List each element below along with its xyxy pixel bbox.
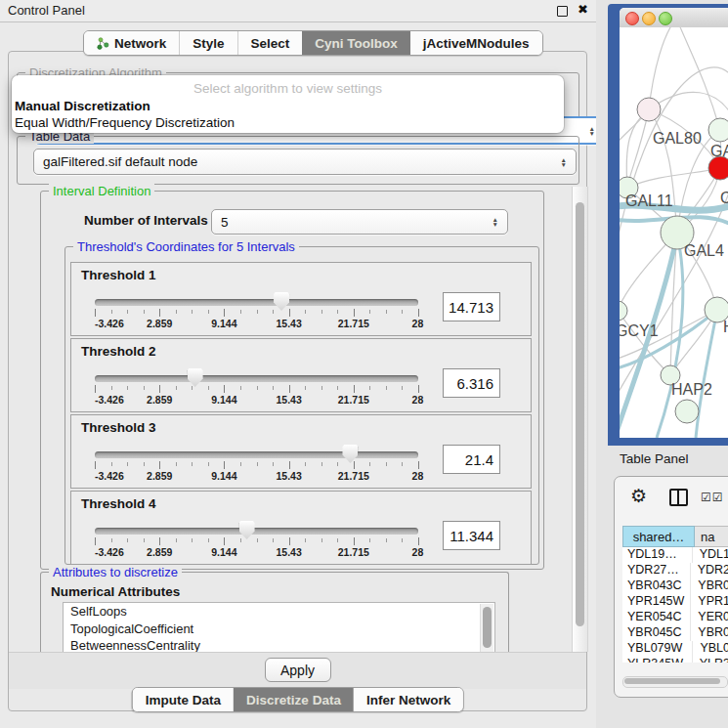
node-label: GAL80 bbox=[653, 130, 702, 148]
table-cell-name[interactable]: YBL0 bbox=[692, 641, 728, 657]
network-canvas[interactable]: GAL80GACGAL11GAL4GCY1HHAP2 bbox=[620, 27, 728, 438]
tab-label: Cyni Toolbox bbox=[315, 36, 398, 51]
column-header-shared-name[interactable]: shared… bbox=[622, 526, 695, 547]
tab-select[interactable]: Select bbox=[237, 31, 303, 55]
table-row[interactable]: YPR145W YPR1 bbox=[622, 594, 728, 610]
table-cell-shared-name[interactable]: YPR145W bbox=[622, 594, 690, 610]
popup-option-manual-discretization[interactable]: Manual Discretization bbox=[15, 99, 150, 113]
network-node[interactable] bbox=[620, 301, 627, 321]
spinner-arrows-icon: ▲▼ bbox=[589, 126, 595, 136]
close-icon[interactable]: ✖ bbox=[578, 2, 588, 17]
table-data-select[interactable]: galFiltered.sif default node ▲▼ bbox=[33, 149, 577, 175]
mac-zoom-icon[interactable] bbox=[659, 12, 672, 25]
threshold-value[interactable]: 14.713 bbox=[443, 292, 500, 321]
slider-track[interactable] bbox=[95, 528, 418, 535]
table-panel-title: Table Panel bbox=[620, 451, 689, 466]
threshold-value[interactable]: 11.344 bbox=[443, 521, 500, 550]
table-horizontal-scrollbar[interactable] bbox=[622, 676, 728, 688]
slider-ticks bbox=[95, 309, 418, 318]
column-header-name[interactable]: na bbox=[695, 526, 728, 547]
tab-infer-network[interactable]: Infer Network bbox=[354, 688, 463, 711]
list-scrollbar[interactable] bbox=[480, 604, 493, 653]
numerical-attributes-list[interactable]: SelfLoopsTopologicalCoefficientBetweenne… bbox=[63, 602, 495, 655]
tab-label: Impute Data bbox=[146, 693, 221, 707]
slider-axis-labels: -3.4262.8599.14415.4321.71528 bbox=[95, 318, 418, 330]
tab-discretize-data[interactable]: Discretize Data bbox=[234, 688, 354, 711]
tab-cyni-toolbox[interactable]: Cyni Toolbox bbox=[302, 31, 410, 55]
network-node[interactable] bbox=[637, 98, 661, 121]
threshold-value[interactable]: 6.316 bbox=[443, 368, 500, 398]
threshold-box: Threshold 2 -3.4262.8599.14415.4321.7152… bbox=[70, 338, 532, 412]
table-row[interactable]: YBL079W YBL0 bbox=[622, 641, 728, 657]
axis-tick-label: 2.859 bbox=[147, 470, 172, 482]
slider-track[interactable] bbox=[95, 451, 418, 458]
tab-style[interactable]: Style bbox=[179, 31, 236, 55]
table-cell-shared-name[interactable]: YBL079W bbox=[622, 641, 692, 657]
tab-impute-data[interactable]: Impute Data bbox=[133, 688, 234, 711]
panel-vertical-scrollbar[interactable] bbox=[572, 187, 588, 652]
table-cell-shared-name[interactable]: YBR045C bbox=[622, 625, 690, 641]
table-cell-shared-name[interactable]: YDL19… bbox=[622, 547, 692, 563]
table-cell-name[interactable]: YDL1 bbox=[692, 547, 728, 563]
node-label: GA bbox=[710, 143, 728, 160]
axis-tick-label: 21.715 bbox=[338, 318, 369, 329]
table-cell-name[interactable]: YBR0 bbox=[690, 578, 728, 594]
table-row[interactable]: YDL19… YDL1 bbox=[622, 547, 728, 563]
axis-tick-label: 21.715 bbox=[338, 470, 369, 482]
scrollbar-thumb[interactable] bbox=[483, 607, 492, 648]
table-cell-name[interactable]: YLR3 bbox=[692, 657, 728, 663]
threshold-slider: -3.4262.8599.14415.4321.71528 bbox=[95, 368, 418, 409]
table-row[interactable]: YLR345W YLR3 bbox=[622, 657, 728, 663]
table-cell-shared-name[interactable]: YBR043C bbox=[622, 578, 690, 594]
tab-network[interactable]: Network bbox=[84, 31, 179, 55]
table-cell-name[interactable]: YPR1 bbox=[690, 594, 728, 610]
apply-button[interactable]: Apply bbox=[265, 658, 331, 682]
node-label: GAL4 bbox=[684, 242, 724, 260]
mac-close-icon[interactable] bbox=[625, 12, 639, 25]
table-cell-name[interactable]: YDR2 bbox=[690, 563, 728, 578]
table-cell-shared-name[interactable]: YER054C bbox=[622, 610, 690, 625]
axis-tick-label: 9.144 bbox=[211, 470, 236, 482]
network-node[interactable] bbox=[675, 400, 699, 423]
network-node[interactable] bbox=[708, 118, 728, 142]
scrollbar-thumb[interactable] bbox=[576, 202, 584, 626]
node-label: H bbox=[723, 319, 728, 336]
axis-tick-label: 15.43 bbox=[276, 546, 301, 558]
table-row[interactable]: YBR043C YBR0 bbox=[622, 578, 728, 594]
float-window-icon[interactable] bbox=[557, 6, 568, 17]
checkbox-filter-icons[interactable]: ☑☑ bbox=[701, 491, 724, 504]
table-row[interactable]: YER054C YER0 bbox=[622, 610, 728, 625]
table-cell-shared-name[interactable]: YDR27… bbox=[622, 563, 690, 578]
threshold-value[interactable]: 21.4 bbox=[443, 445, 500, 474]
table-cell-name[interactable]: YBR0 bbox=[690, 625, 728, 641]
table-data-group: Table Data galFiltered.sif default node … bbox=[17, 136, 579, 185]
number-of-intervals-select[interactable]: 5 ▲▼ bbox=[211, 209, 508, 235]
mac-minimize-icon[interactable] bbox=[642, 12, 656, 25]
axis-tick-label: 2.859 bbox=[147, 318, 172, 329]
network-window-titlebar bbox=[620, 8, 728, 28]
tab-jactivemnodules[interactable]: jActiveMNodules bbox=[410, 31, 542, 55]
slider-track[interactable] bbox=[95, 299, 418, 306]
table-cell-shared-name[interactable]: YLR345W bbox=[622, 657, 692, 663]
axis-tick-label: -3.426 bbox=[95, 394, 124, 406]
slider-track[interactable] bbox=[95, 375, 418, 382]
column-layout-icon[interactable] bbox=[669, 489, 688, 506]
number-of-intervals-value: 5 bbox=[221, 215, 229, 230]
attribute-item[interactable]: TopologicalCoefficient bbox=[64, 621, 494, 638]
tab-label: Select bbox=[251, 36, 290, 51]
attribute-item[interactable]: SelfLoops bbox=[64, 603, 494, 621]
axis-tick-label: 2.859 bbox=[147, 394, 172, 406]
axis-tick-label: 21.715 bbox=[338, 546, 369, 558]
table-row[interactable]: YBR045C YBR0 bbox=[622, 625, 728, 641]
axis-tick-label: 28 bbox=[412, 318, 424, 329]
threshold-list: Threshold 1 -3.4262.8599.14415.4321.7152… bbox=[70, 262, 532, 567]
scrollbar-thumb[interactable] bbox=[624, 678, 720, 684]
threshold-slider: -3.4262.8599.14415.4321.71528 bbox=[95, 521, 418, 562]
axis-tick-label: 9.144 bbox=[211, 546, 236, 558]
popup-hint: Select algorithm to view settings bbox=[12, 81, 564, 96]
gear-icon[interactable]: ⚙ bbox=[630, 485, 647, 506]
table-row[interactable]: YDR27… YDR2 bbox=[622, 563, 728, 578]
table-cell-name[interactable]: YER0 bbox=[690, 610, 728, 625]
popup-option-equal-width-frequency[interactable]: Equal Width/Frequency Discretization bbox=[15, 115, 235, 130]
application-window: Control Panel ✖ NetworkStyleSelectCyni T… bbox=[0, 0, 728, 728]
